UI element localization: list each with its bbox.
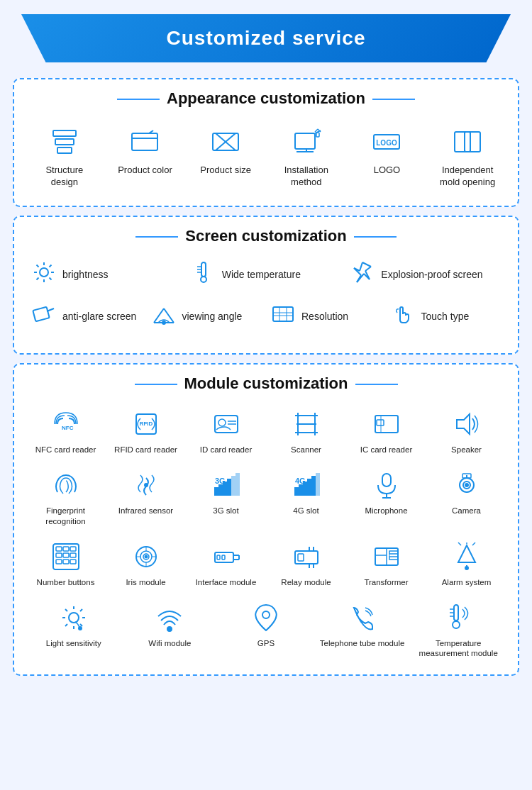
svg-rect-3 xyxy=(132,133,157,150)
scanner-icon xyxy=(289,407,323,441)
module-row-1: NFC NFC card reader RFID RFID card reade… xyxy=(27,404,505,458)
alarm-system-label: Alarm system xyxy=(442,577,492,588)
svg-rect-109 xyxy=(70,560,76,564)
wifi-label: Wifi module xyxy=(148,638,191,649)
svg-point-22 xyxy=(40,268,48,277)
svg-rect-106 xyxy=(70,553,76,557)
touch-type-icon xyxy=(390,301,416,332)
svg-line-146 xyxy=(80,624,82,626)
logo-label: LOGO xyxy=(374,165,401,177)
svg-rect-75 xyxy=(377,420,384,425)
svg-line-138 xyxy=(472,543,475,545)
temperature-module-icon xyxy=(441,601,475,635)
svg-line-14 xyxy=(315,129,318,132)
brightness-icon xyxy=(31,260,57,290)
svg-text:RFID: RFID xyxy=(139,421,153,427)
svg-rect-0 xyxy=(53,130,76,136)
svg-point-151 xyxy=(262,611,270,618)
module-row-3: Number buttons Iris module xyxy=(27,537,505,591)
screen-section: Screen customization brightness xyxy=(13,216,519,355)
module-relay: Relay module xyxy=(267,537,345,591)
svg-rect-86 xyxy=(295,488,298,495)
fingerprint-icon xyxy=(49,468,83,502)
screen-item-explosion: Explosion-proof screen xyxy=(345,257,505,293)
page-title: Customized service xyxy=(35,27,497,50)
nfc-icon: NFC xyxy=(49,407,83,441)
independent-mold-label: Independent mold opening xyxy=(435,165,500,189)
svg-rect-125 xyxy=(298,554,304,561)
number-buttons-icon xyxy=(49,540,83,574)
screen-item-viewing: viewing angle xyxy=(147,299,267,335)
transformer-icon xyxy=(370,540,404,574)
svg-rect-80 xyxy=(219,485,222,495)
touch-type-label: Touch type xyxy=(421,311,470,322)
interface-module-icon xyxy=(209,540,243,574)
svg-rect-120 xyxy=(222,555,225,560)
svg-rect-18 xyxy=(455,132,470,152)
svg-rect-45 xyxy=(33,306,49,321)
module-temperature: Temperature measurement module xyxy=(411,598,505,662)
svg-line-137 xyxy=(458,543,461,545)
module-transformer: Transformer xyxy=(348,537,425,591)
4g-icon: 4G xyxy=(289,468,323,502)
wide-temperature-label: Wide temperature xyxy=(222,269,301,280)
svg-point-50 xyxy=(162,321,165,324)
structure-design-label: Structure design xyxy=(32,165,97,189)
svg-line-27 xyxy=(37,265,39,267)
module-alarm: Alarm system xyxy=(428,537,505,591)
screen-item-wide-temp: Wide temperature xyxy=(187,257,346,293)
speaker-label: Speaker xyxy=(451,445,482,455)
gps-label: GPS xyxy=(257,638,275,649)
independent-mold-icon xyxy=(449,123,486,160)
infrared-label: Infrared sensor xyxy=(118,506,173,516)
svg-line-36 xyxy=(360,262,362,271)
module-title: Module customization xyxy=(27,374,505,393)
ic-card-icon xyxy=(370,407,404,441)
svg-rect-101 xyxy=(56,547,62,551)
svg-rect-100 xyxy=(53,544,79,569)
appearance-item-mold: Independent mold opening xyxy=(432,119,503,193)
camera-icon xyxy=(450,468,484,502)
speaker-icon xyxy=(450,407,484,441)
module-nfc: NFC NFC card reader xyxy=(27,404,104,458)
module-gps: GPS xyxy=(219,598,313,662)
appearance-grid: Structure design Product color xyxy=(27,119,505,193)
svg-rect-103 xyxy=(70,547,76,551)
module-ic-card: IC card reader xyxy=(348,404,425,458)
module-4g: 4G 4G slot xyxy=(267,465,345,530)
svg-marker-76 xyxy=(457,414,470,434)
anti-glare-icon xyxy=(31,301,57,332)
temperature-module-label: Temperature measurement module xyxy=(413,638,504,660)
structure-design-icon xyxy=(46,123,83,160)
svg-line-147 xyxy=(80,609,82,611)
svg-rect-124 xyxy=(295,551,318,564)
svg-point-136 xyxy=(465,567,468,569)
microphone-label: Microphone xyxy=(365,506,407,516)
page-header: Customized service xyxy=(21,14,511,62)
svg-point-113 xyxy=(145,555,147,557)
module-light: Light sensitivity xyxy=(27,598,121,662)
camera-label: Camera xyxy=(452,506,481,516)
svg-rect-9 xyxy=(295,133,315,149)
svg-line-28 xyxy=(50,277,52,279)
svg-rect-89 xyxy=(308,479,311,495)
svg-line-148 xyxy=(65,624,67,626)
appearance-item-logo: LOGO LOGO xyxy=(351,119,422,193)
product-size-label: Product size xyxy=(200,165,251,177)
svg-line-145 xyxy=(65,609,67,611)
installation-method-label: Installation method xyxy=(274,165,339,189)
svg-rect-105 xyxy=(63,553,69,557)
iris-icon xyxy=(129,540,163,574)
screen-item-resolution: Resolution xyxy=(266,299,386,335)
infrared-icon xyxy=(129,468,163,502)
svg-rect-31 xyxy=(201,262,206,277)
svg-rect-91 xyxy=(316,474,319,495)
module-interface: Interface module xyxy=(187,537,265,591)
svg-rect-92 xyxy=(382,474,391,486)
viewing-angle-label: viewing angle xyxy=(182,311,243,322)
relay-module-icon xyxy=(289,540,323,574)
svg-rect-51 xyxy=(273,307,293,321)
resolution-label: Resolution xyxy=(301,311,348,322)
appearance-section: Appearance customization Structure desig… xyxy=(13,78,519,207)
appearance-item-color: Product color xyxy=(109,119,180,193)
